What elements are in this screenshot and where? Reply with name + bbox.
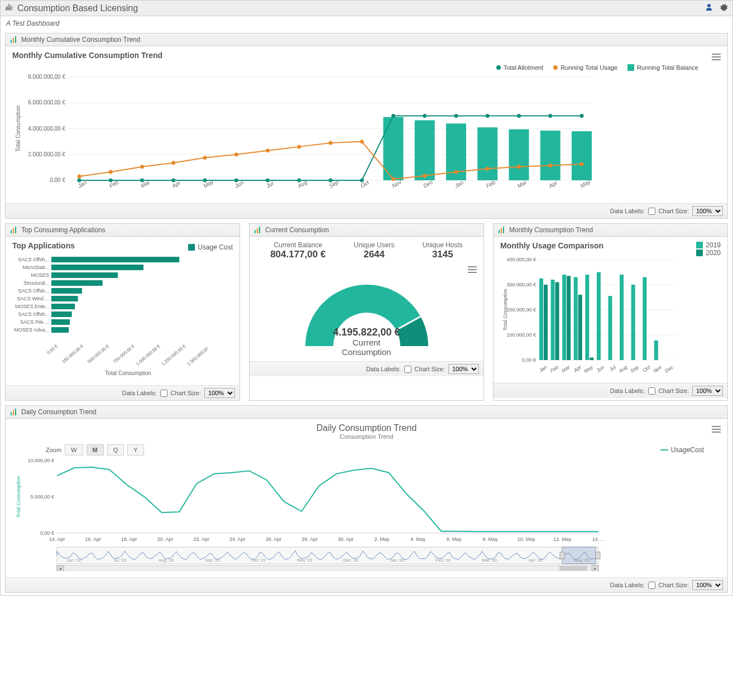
svg-rect-34 bbox=[477, 127, 497, 180]
svg-point-50 bbox=[454, 114, 458, 118]
chart-icon bbox=[10, 226, 18, 234]
svg-rect-144 bbox=[654, 341, 658, 360]
svg-text:Total Consumption: Total Consumption bbox=[15, 106, 21, 152]
panel-monthly: Monthly Consumption Trend Monthly Usage … bbox=[493, 223, 728, 401]
svg-rect-126 bbox=[567, 276, 571, 360]
stat-value: 2644 bbox=[354, 249, 395, 260]
svg-point-45 bbox=[297, 179, 301, 183]
svg-text:6.000.000,00 €: 6.000.000,00 € bbox=[28, 99, 65, 106]
svg-rect-76 bbox=[51, 257, 179, 262]
svg-rect-88 bbox=[51, 304, 75, 309]
svg-text:8. May: 8. May bbox=[482, 536, 498, 542]
svg-point-57 bbox=[140, 165, 144, 169]
svg-point-54 bbox=[580, 114, 584, 118]
data-labels-checkbox[interactable] bbox=[648, 387, 655, 395]
svg-text:Dec '19: Dec '19 bbox=[343, 558, 358, 563]
svg-rect-119 bbox=[539, 279, 543, 360]
legend-item[interactable]: Usage Cost bbox=[188, 243, 233, 251]
svg-rect-73 bbox=[13, 228, 14, 233]
svg-text:May: May bbox=[583, 364, 594, 374]
svg-rect-106 bbox=[499, 230, 500, 233]
svg-point-60 bbox=[234, 152, 238, 156]
chart-menu-icon[interactable] bbox=[712, 424, 721, 434]
chart-icon bbox=[10, 408, 18, 416]
svg-text:300.000,00 €: 300.000,00 € bbox=[506, 282, 536, 287]
chart-size-select[interactable]: 100% bbox=[692, 580, 723, 590]
svg-text:1.250.000,00 €: 1.250.000,00 € bbox=[161, 343, 187, 367]
stat-label: Unique Users bbox=[354, 241, 395, 249]
data-labels-checkbox[interactable] bbox=[404, 366, 411, 373]
legend-item[interactable]: Running Total Balance bbox=[627, 64, 698, 71]
stats-row: Current Balance804.177,00 € Unique Users… bbox=[256, 241, 477, 260]
svg-text:Oct '19: Oct '19 bbox=[251, 558, 266, 563]
svg-point-44 bbox=[266, 179, 270, 183]
gauge-label: Consumption bbox=[256, 348, 477, 357]
stat-value: 804.177,00 € bbox=[270, 249, 325, 260]
chart-menu-icon[interactable] bbox=[712, 52, 721, 62]
svg-text:Jan '20: Jan '20 bbox=[390, 558, 404, 563]
legend-item[interactable]: 2019 bbox=[696, 241, 721, 249]
chart-size-select[interactable]: 100% bbox=[692, 206, 723, 216]
svg-point-41 bbox=[171, 179, 175, 183]
svg-rect-78 bbox=[51, 265, 143, 270]
svg-rect-94 bbox=[51, 327, 69, 333]
svg-text:2.000.000,00 €: 2.000.000,00 € bbox=[28, 151, 65, 157]
svg-point-39 bbox=[109, 179, 113, 183]
svg-rect-138 bbox=[620, 275, 624, 360]
svg-text:26. Apr: 26. Apr bbox=[266, 536, 282, 542]
chart-icon bbox=[254, 226, 262, 234]
chart-size-select[interactable]: 100% bbox=[448, 364, 479, 374]
svg-text:SACS Pile ...: SACS Pile ... bbox=[20, 319, 49, 325]
svg-text:◄: ◄ bbox=[59, 567, 63, 570]
svg-text:MOSES Adva...: MOSES Adva... bbox=[14, 327, 49, 333]
chart-navigator[interactable]: Jun '19Jul '19Aug '19Sep '19Oct '19Nov '… bbox=[12, 546, 604, 571]
legend-item[interactable]: UsageCost bbox=[660, 446, 704, 454]
panel-title: Daily Consumption Trend bbox=[21, 408, 97, 416]
svg-rect-72 bbox=[11, 230, 12, 233]
chart-trend: 0,00 €2.000.000,00 €4.000.000,00 €6.000.… bbox=[12, 74, 604, 197]
svg-rect-129 bbox=[578, 295, 582, 360]
svg-point-43 bbox=[234, 179, 238, 183]
data-labels-checkbox[interactable] bbox=[160, 390, 167, 397]
svg-text:Structural...: Structural... bbox=[23, 280, 49, 286]
page-title: Consumption Based Licensing bbox=[17, 3, 705, 13]
legend: Total Allotment Running Total Usage Runn… bbox=[12, 63, 721, 74]
panel-title: Monthly Consumption Trend bbox=[509, 226, 593, 234]
data-labels-checkbox[interactable] bbox=[648, 208, 655, 215]
svg-point-53 bbox=[548, 114, 552, 118]
stat-value: 3145 bbox=[423, 249, 463, 260]
svg-rect-35 bbox=[509, 130, 529, 180]
legend-item[interactable]: Total Allotment bbox=[496, 64, 544, 71]
svg-text:Apr: Apr bbox=[572, 364, 583, 373]
svg-text:Feb '20: Feb '20 bbox=[436, 558, 451, 563]
panel-footer: Data Labels: Chart Size: 100% bbox=[6, 203, 727, 218]
svg-rect-104 bbox=[257, 228, 258, 233]
settings-icon[interactable] bbox=[719, 3, 728, 13]
svg-rect-125 bbox=[562, 275, 566, 360]
panel-header: Monthly Cumulative Consumption Trend bbox=[6, 33, 727, 46]
svg-text:SACS Offsh...: SACS Offsh... bbox=[18, 288, 49, 294]
svg-rect-174 bbox=[560, 552, 564, 559]
chart-size-select[interactable]: 100% bbox=[692, 386, 723, 396]
svg-point-47 bbox=[360, 179, 364, 183]
svg-point-49 bbox=[423, 114, 427, 118]
svg-point-46 bbox=[329, 179, 333, 183]
svg-text:SACS Offsh...: SACS Offsh... bbox=[18, 311, 49, 317]
zoom-y-button[interactable]: Y bbox=[127, 444, 143, 456]
chart-size-select[interactable]: 100% bbox=[204, 388, 235, 398]
user-icon[interactable] bbox=[705, 3, 713, 13]
chart-title: Monthly Cumulative Consumption Trend bbox=[12, 51, 721, 60]
panel-current: Current Consumption Current Balance804.1… bbox=[249, 223, 484, 401]
svg-text:MOSES Ente...: MOSES Ente... bbox=[15, 304, 49, 309]
data-labels-checkbox[interactable] bbox=[648, 582, 655, 589]
gauge: 4.195.822,00 € Current Consumption bbox=[256, 262, 477, 357]
legend-item[interactable]: Running Total Usage bbox=[553, 64, 617, 71]
svg-rect-122 bbox=[551, 280, 555, 360]
zoom-w-button[interactable]: W bbox=[65, 444, 83, 456]
svg-text:16. Apr: 16. Apr bbox=[85, 536, 101, 542]
svg-point-64 bbox=[360, 140, 364, 143]
zoom-m-button[interactable]: M bbox=[87, 444, 104, 456]
zoom-q-button[interactable]: Q bbox=[107, 444, 124, 456]
legend-item[interactable]: 2020 bbox=[696, 249, 721, 257]
svg-text:20. Apr: 20. Apr bbox=[157, 536, 174, 542]
